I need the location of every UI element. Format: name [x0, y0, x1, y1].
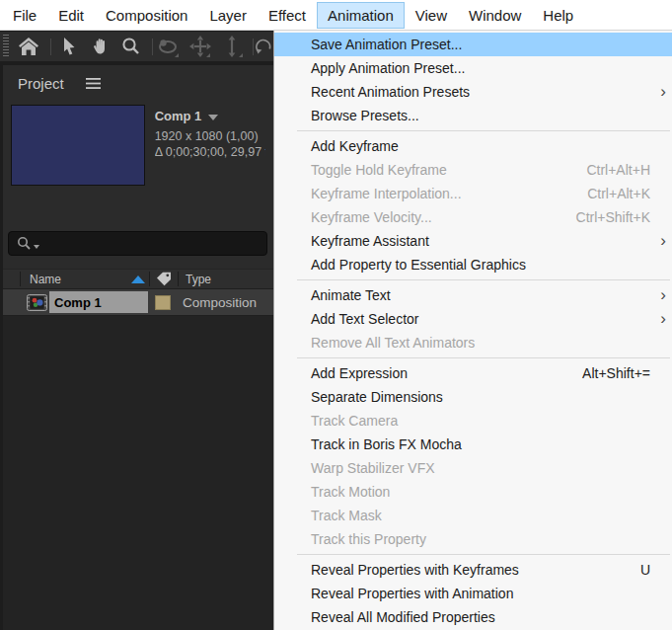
- menu-item-add-text-selector[interactable]: Add Text Selector: [274, 307, 672, 331]
- menubar-item-composition[interactable]: Composition: [95, 2, 198, 29]
- hand-tool-button[interactable]: [88, 34, 112, 59]
- comp-thumbnail: [11, 105, 145, 186]
- menu-item-track-this-property: Track this Property: [274, 527, 672, 551]
- menu-item-track-motion: Track Motion: [274, 480, 672, 504]
- menubar-item-animation[interactable]: Animation: [317, 2, 405, 29]
- column-header-label[interactable]: [150, 272, 178, 286]
- menubar: File Edit Composition Layer Effect Anima…: [0, 0, 672, 31]
- menu-item-reveal-properties-with-animation[interactable]: Reveal Properties with Animation: [274, 582, 672, 605]
- comp-resolution: 1920 x 1080 (1,00): [155, 128, 265, 144]
- tag-icon: [156, 272, 172, 286]
- dolly-camera-tool-icon: [225, 36, 239, 57]
- zoom-tool-button[interactable]: [119, 34, 144, 59]
- menubar-item-effect[interactable]: Effect: [258, 2, 317, 29]
- submenu-arrow-icon: [654, 307, 666, 331]
- hand-tool-icon: [91, 37, 111, 56]
- composition-item-icon: [27, 294, 47, 311]
- comp-duration: Δ 0;00;30;00, 29,97 fps: [155, 144, 265, 160]
- home-icon: [18, 37, 39, 56]
- menu-item-save-animation-preset[interactable]: Save Animation Preset...: [274, 33, 672, 56]
- flyout-corner-icon: [239, 53, 243, 57]
- project-panel-frame: Project Comp 1 1920 x 1080 (1,00) Δ 0;00…: [0, 63, 273, 630]
- tools-toolbar: [0, 32, 273, 61]
- menubar-item-window[interactable]: Window: [458, 2, 532, 29]
- left-column: Project Comp 1 1920 x 1080 (1,00) Δ 0;00…: [0, 32, 273, 630]
- flyout-corner-icon: [206, 53, 210, 57]
- menu-item-apply-animation-preset[interactable]: Apply Animation Preset...: [274, 56, 672, 80]
- menu-item-keyframe-interpolation: Keyframe Interpolation... Ctrl+Alt+K: [274, 182, 672, 205]
- animation-menu-dropdown: Save Animation Preset... Apply Animation…: [273, 31, 672, 630]
- row-name-cell: Comp 1: [49, 291, 148, 313]
- project-list-empty-area: [3, 315, 273, 630]
- menu-item-reveal-properties-with-keyframes[interactable]: Reveal Properties with Keyframes U: [274, 558, 672, 582]
- menu-item-track-in-boris-fx-mocha[interactable]: Track in Boris FX Mocha: [274, 433, 672, 456]
- menubar-item-layer[interactable]: Layer: [198, 2, 258, 29]
- rotate-tool-icon: [256, 37, 272, 56]
- search-options-caret-icon[interactable]: [34, 245, 39, 249]
- menu-item-toggle-hold-keyframe: Toggle Hold Keyframe Ctrl+Alt+H: [274, 158, 672, 182]
- dolly-camera-tool-button: [219, 34, 244, 59]
- submenu-arrow-icon: [654, 229, 666, 253]
- menu-item-recent-animation-presets[interactable]: Recent Animation Presets: [274, 80, 672, 104]
- submenu-arrow-icon: [654, 80, 666, 104]
- comp-details: Comp 1 1920 x 1080 (1,00) Δ 0;00;30;00, …: [155, 105, 265, 188]
- search-icon: [17, 236, 32, 251]
- toolbar-separator: [253, 39, 254, 55]
- toolbar-separator: [152, 39, 153, 55]
- zoom-tool-icon: [121, 37, 141, 56]
- selection-tool-icon: [61, 37, 77, 56]
- orbit-camera-tool-button: [156, 34, 181, 59]
- menu-item-track-mask: Track Mask: [274, 504, 672, 527]
- menu-separator: [297, 554, 670, 555]
- label-color-swatch[interactable]: [155, 295, 171, 310]
- column-header-type[interactable]: Type: [179, 273, 273, 286]
- menu-item-animate-text[interactable]: Animate Text: [274, 283, 672, 307]
- menubar-item-view[interactable]: View: [405, 2, 458, 29]
- row-type-cell: Composition: [183, 295, 257, 310]
- chevron-down-icon: [208, 115, 218, 120]
- hamburger-icon[interactable]: [86, 78, 101, 89]
- menu-item-add-expression[interactable]: Add Expression Alt+Shift+=: [274, 361, 672, 385]
- column-header-name[interactable]: Name: [21, 273, 149, 286]
- menu-separator: [297, 130, 670, 131]
- menu-separator: [297, 279, 670, 280]
- menubar-item-file[interactable]: File: [2, 2, 47, 29]
- project-panel-tabbar: Project: [3, 65, 273, 101]
- menu-item-add-property-to-essential-graphics[interactable]: Add Property to Essential Graphics: [274, 253, 672, 276]
- menu-separator: [297, 357, 670, 358]
- comp-preview-area: Comp 1 1920 x 1080 (1,00) Δ 0;00;30;00, …: [11, 105, 265, 188]
- menu-item-browse-presets[interactable]: Browse Presets...: [274, 104, 672, 127]
- table-row[interactable]: Comp 1 Composition: [3, 289, 273, 315]
- pan-camera-tool-button: [187, 34, 212, 59]
- menubar-item-edit[interactable]: Edit: [47, 2, 95, 29]
- home-button[interactable]: [17, 34, 41, 59]
- menu-item-warp-stabilizer-vfx: Warp Stabilizer VFX: [274, 456, 672, 480]
- rotate-tool-button: [256, 34, 272, 59]
- comp-name-header[interactable]: Comp 1: [155, 109, 265, 123]
- menu-item-add-keyframe[interactable]: Add Keyframe: [274, 134, 672, 158]
- toolbar-separator: [50, 39, 51, 55]
- toolbar-drag-handle[interactable]: [3, 35, 9, 58]
- selection-tool-button[interactable]: [56, 34, 81, 59]
- menu-item-keyframe-velocity: Keyframe Velocity... Ctrl+Shift+K: [274, 205, 672, 229]
- tab-project[interactable]: Project: [18, 75, 64, 92]
- menu-item-remove-all-text-animators: Remove All Text Animators: [274, 331, 672, 354]
- sort-ascending-icon: [131, 276, 145, 283]
- menubar-item-help[interactable]: Help: [532, 2, 584, 29]
- project-panel: Project Comp 1 1920 x 1080 (1,00) Δ 0;00…: [3, 65, 273, 630]
- menu-item-separate-dimensions[interactable]: Separate Dimensions: [274, 385, 672, 409]
- submenu-arrow-icon: [654, 283, 666, 307]
- menu-item-keyframe-assistant[interactable]: Keyframe Assistant: [274, 229, 672, 253]
- menu-item-reveal-all-modified-properties[interactable]: Reveal All Modified Properties: [274, 605, 672, 629]
- search-input[interactable]: [8, 231, 267, 256]
- table-header: Name Type: [3, 269, 273, 289]
- menu-item-track-camera: Track Camera: [274, 409, 672, 433]
- flyout-corner-icon: [175, 53, 179, 57]
